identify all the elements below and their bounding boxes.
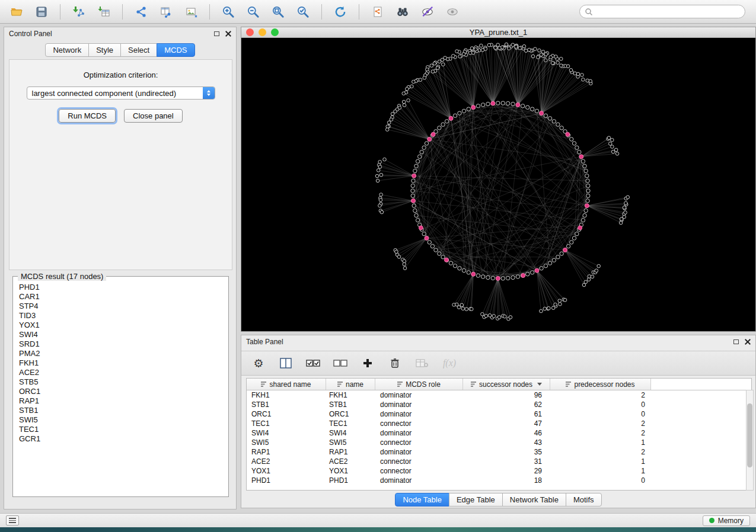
toggle-view-button[interactable] [442, 2, 463, 21]
import-table-button[interactable] [93, 2, 114, 21]
mcds-result-item[interactable]: PMA2 [14, 349, 227, 358]
mcds-result-item[interactable]: TID3 [14, 311, 227, 321]
zoom-out-icon [246, 5, 260, 19]
table-row[interactable]: TEC1TEC1connector472 [247, 419, 751, 428]
mcds-result-item[interactable]: STB5 [14, 377, 227, 387]
mcds-result-item[interactable]: RAP1 [14, 396, 227, 406]
zoom-out-button[interactable] [243, 2, 264, 21]
column-header-predecessor-nodes[interactable]: predecessor nodes [550, 379, 651, 390]
mcds-result-item[interactable]: STP4 [14, 302, 227, 311]
tab-mcds[interactable]: MCDS [157, 43, 194, 57]
mcds-result-item[interactable]: SRD1 [14, 339, 227, 349]
scrollbar-thumb[interactable] [747, 403, 752, 467]
network-canvas[interactable] [241, 38, 755, 331]
mcds-result-item[interactable]: GCR1 [14, 434, 227, 444]
table-cell: 2 [550, 448, 651, 456]
network-graph[interactable] [241, 38, 755, 331]
table-row[interactable]: FKH1FKH1dominator962 [247, 390, 751, 400]
float-panel-icon[interactable] [214, 31, 219, 36]
export-network-button[interactable] [367, 2, 388, 21]
application-window: Control Panel NetworkStyleSelectMCDS Opt… [0, 0, 756, 527]
create-column-button[interactable] [360, 355, 375, 371]
column-header-label: successor nodes [479, 380, 532, 389]
graphics-details-button[interactable] [417, 2, 438, 21]
tab-node-table[interactable]: Node Table [395, 493, 449, 507]
memory-button[interactable]: Memory [703, 515, 750, 526]
optimization-criterion-select[interactable]: largest connected component (undirected) [27, 86, 215, 100]
table-row[interactable]: PHD1PHD1dominator180 [247, 476, 751, 485]
tab-select[interactable]: Select [120, 43, 157, 57]
select-all-columns-button[interactable] [305, 355, 321, 371]
tab-motifs[interactable]: Motifs [566, 493, 602, 507]
deselect-all-columns-button[interactable] [333, 355, 348, 371]
save-session-button[interactable] [31, 2, 52, 21]
table-cell: dominator [375, 410, 463, 418]
delete-table-button[interactable] [414, 355, 430, 371]
mcds-result-item[interactable]: ORC1 [14, 387, 227, 396]
mcds-result-title: MCDS result (17 nodes) [18, 272, 106, 281]
mcds-result-list[interactable]: PHD1CAR1STP4TID3YOX1SWI4SRD1PMA2FKH1ACE2… [14, 283, 227, 495]
eye-icon [445, 5, 460, 19]
mcds-result-item[interactable]: TEC1 [14, 425, 227, 434]
close-panel-button[interactable]: Close panel [124, 109, 183, 123]
import-network-button[interactable] [68, 2, 90, 21]
function-builder-button[interactable]: f(x) [442, 355, 457, 371]
open-session-button[interactable] [6, 2, 27, 21]
refresh-network-button[interactable] [330, 2, 351, 21]
mcds-result-item[interactable]: CAR1 [14, 292, 227, 302]
export-image-button[interactable] [180, 2, 202, 21]
table-cell: 0 [550, 476, 651, 485]
zoom-selected-button[interactable] [292, 2, 314, 21]
mcds-result-item[interactable]: SWI5 [14, 415, 227, 425]
close-panel-icon[interactable] [225, 31, 231, 37]
mcds-result-item[interactable]: STB1 [14, 406, 227, 415]
column-header-mcds-role[interactable]: MCDS role [375, 379, 463, 390]
column-header-label: MCDS role [406, 380, 441, 389]
table-row[interactable]: RAP1RAP1dominator352 [247, 447, 751, 457]
table-row[interactable]: ACE2ACE2connector311 [247, 457, 751, 466]
dropdown-stepper-icon[interactable] [203, 86, 215, 100]
column-header-name[interactable]: name [326, 379, 375, 390]
network-window-titlebar[interactable]: YPA_prune.txt_1 [241, 27, 755, 38]
table-row[interactable]: SWI5SWI5connector431 [247, 438, 751, 447]
new-network-button[interactable] [130, 2, 152, 21]
tab-edge-table[interactable]: Edge Table [449, 493, 503, 507]
tab-network-table[interactable]: Network Table [502, 493, 566, 507]
sort-descending-icon[interactable] [537, 383, 542, 386]
zoom-selected-icon [296, 5, 310, 19]
zoom-fit-button[interactable] [267, 2, 289, 21]
table-cell: 29 [463, 467, 550, 475]
float-table-panel-icon[interactable] [733, 339, 739, 344]
run-mcds-button[interactable]: Run MCDS [59, 109, 116, 123]
search-input[interactable] [596, 8, 740, 16]
table-row[interactable]: STB1STB1dominator620 [247, 400, 751, 409]
table-cell: PHD1 [247, 476, 326, 485]
table-row[interactable]: YOX1YOX1connector291 [247, 466, 751, 476]
mcds-result-item[interactable]: ACE2 [14, 368, 227, 377]
table-row[interactable]: SWI4SWI4dominator462 [247, 428, 751, 438]
global-search-field[interactable] [579, 5, 745, 18]
table-panel: Table Panel ⚙ [241, 335, 756, 508]
network-from-table-button[interactable] [155, 2, 177, 21]
close-table-panel-icon[interactable] [745, 339, 751, 345]
mcds-result-item[interactable]: SWI4 [14, 330, 227, 339]
mcds-result-item[interactable]: FKH1 [14, 358, 227, 368]
show-columns-button[interactable] [278, 355, 294, 371]
table-cell: YOX1 [326, 467, 375, 475]
tab-network[interactable]: Network [45, 43, 89, 57]
mcds-result-item[interactable]: YOX1 [14, 321, 227, 330]
mcds-result-item[interactable]: PHD1 [14, 283, 227, 292]
toolbar-separator [60, 4, 60, 20]
zoom-in-button[interactable] [218, 2, 239, 21]
column-header-shared-name[interactable]: shared name [247, 379, 326, 390]
find-button[interactable] [392, 2, 413, 21]
table-settings-button[interactable]: ⚙ [251, 355, 266, 371]
table-cell: ORC1 [326, 410, 375, 418]
tab-style[interactable]: Style [88, 43, 121, 57]
panel-menu-button[interactable] [6, 515, 19, 525]
delete-column-button[interactable] [387, 355, 403, 371]
column-header-successor-nodes[interactable]: successor nodes [463, 379, 550, 390]
table-scrollbar[interactable] [746, 390, 754, 491]
unchecked-boxes-icon [333, 359, 347, 367]
table-row[interactable]: ORC1ORC1dominator610 [247, 409, 751, 419]
